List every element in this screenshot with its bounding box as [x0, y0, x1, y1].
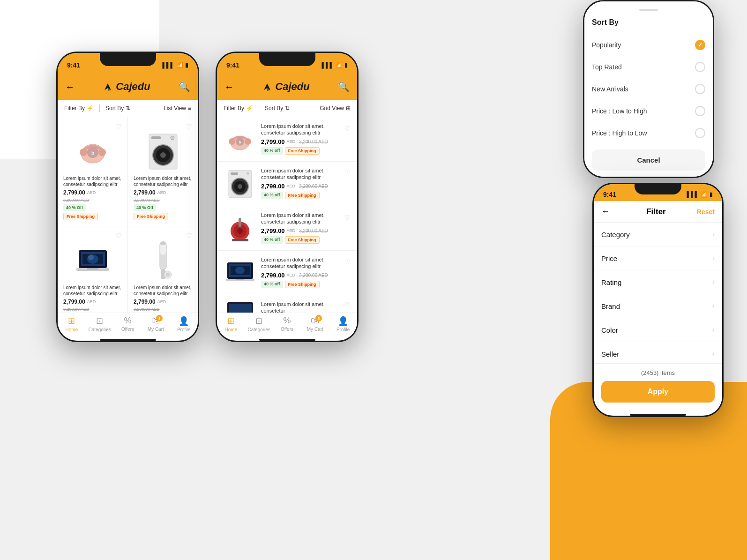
view-toggle-2[interactable]: Grid View ⊞ — [320, 105, 351, 112]
list-price-2: 2,799.00 — [261, 183, 285, 190]
nav-categories-label-1: Categories — [89, 327, 111, 332]
nav-cart-2[interactable]: 🛍 3 My Cart — [301, 316, 329, 332]
nav-categories-1[interactable]: ⊡ Categories — [86, 316, 114, 332]
filter-seller[interactable]: Seller › — [594, 342, 722, 363]
list-item-1[interactable]: b Lorem ipsum dolor sit amet, consetetur… — [217, 117, 357, 162]
filter-by-1[interactable]: Filter By ⚡ — [64, 105, 94, 112]
sort-option-price-high[interactable]: Price : High to Low — [592, 122, 705, 144]
profile-icon-1: 👤 — [179, 316, 189, 326]
filter-by-2[interactable]: Filter By ⚡ — [224, 105, 253, 112]
home-indicator-1 — [100, 339, 156, 341]
svg-rect-44 — [232, 239, 248, 241]
phone4-frame: 9:41 ▌▌▌ 📶 ▮ ← Filter Reset Category › — [592, 183, 724, 417]
signal-icon-1: ▌▌▌ — [162, 62, 174, 68]
grid-item-4[interactable]: ♡ Lorem ipsum dolor sit amet, consetetur… — [128, 226, 198, 313]
filter-color-label: Color — [601, 326, 618, 334]
back-button-1[interactable]: ← — [65, 82, 75, 92]
list-wishlist-1[interactable]: ♡ — [344, 125, 351, 132]
back-button-2[interactable]: ← — [224, 82, 234, 92]
list-shipping-2: Free Shipping — [285, 192, 320, 199]
filter-bar-2: Filter By ⚡ Sort By ⇅ Grid View ⊞ — [217, 100, 357, 117]
apply-button[interactable]: Apply — [601, 381, 715, 403]
sort-option-price-low[interactable]: Price : Low to High — [592, 100, 705, 122]
nav-home-2[interactable]: ⊞ Home — [217, 316, 245, 332]
bottom-nav-1: ⊞ Home ⊡ Categories % Offers 🛍 3 My Car — [58, 313, 198, 337]
list-item-2[interactable]: Lorem ipsum dolor sit amet, consetetur s… — [217, 162, 357, 206]
list-old-1: 3,200.00 AED — [299, 139, 328, 144]
sort-by-1[interactable]: Sort By ⇅ — [105, 105, 130, 112]
sort-option-label-price-low: Price : Low to High — [592, 107, 647, 115]
price-row-1: 2,799.00 AED 3,200.00 AED — [63, 189, 122, 202]
offers-icon-2: % — [283, 316, 291, 326]
svg-point-10 — [160, 152, 166, 158]
nav-profile-1[interactable]: 👤 Profile — [170, 316, 198, 332]
list-shipping-4: Free Shipping — [285, 281, 320, 288]
filter-color[interactable]: Color › — [594, 318, 722, 342]
list-wishlist-3[interactable]: ♡ — [344, 214, 351, 221]
wishlist-btn-4[interactable]: ♡ — [186, 232, 192, 239]
grid-item-1[interactable]: ♡ b Lorem ipsum dolor sit amet, consetet… — [58, 117, 127, 226]
filter-rating[interactable]: Rating › — [594, 270, 722, 294]
price-main-1: 2,799.00 — [63, 189, 85, 196]
wifi-icon-1: 📶 — [176, 62, 183, 68]
list-wishlist-2[interactable]: ♡ — [344, 169, 351, 177]
phone4-inner: 9:41 ▌▌▌ 📶 ▮ ← Filter Reset Category › — [594, 184, 722, 416]
list-item-3[interactable]: Lorem ipsum dolor sit amet, consetetur s… — [217, 206, 357, 251]
washer-svg — [147, 132, 179, 172]
grid-item-2[interactable]: ♡ Lorem ipsum dolor sit amet, consetetur… — [128, 117, 198, 226]
sort-option-popularity[interactable]: Popularity ✓ — [592, 34, 705, 56]
logo-icon-1 — [103, 82, 113, 92]
list-old-4: 3,200.00 AED — [299, 273, 328, 278]
cart-badge-container-2: 🛍 3 — [311, 316, 319, 326]
filter-label-1: Filter By — [64, 105, 85, 112]
sheet-handle — [639, 9, 658, 11]
wishlist-btn-1[interactable]: ♡ — [116, 123, 122, 130]
filter-back-button[interactable]: ← — [601, 207, 615, 217]
filter-price[interactable]: Price › — [594, 246, 722, 270]
list-item-4[interactable]: Lorem ipsum dolor sit amet, consetetur s… — [217, 251, 357, 295]
filter-brand[interactable]: Brand › — [594, 294, 722, 318]
wishlist-btn-3[interactable]: ♡ — [116, 232, 122, 239]
view-label-2: Grid View — [320, 105, 344, 112]
radio-top-rated — [695, 62, 705, 72]
product-image-washer — [134, 130, 192, 172]
categories-icon-2: ⊡ — [255, 316, 262, 326]
sort-option-top-rated[interactable]: Top Rated — [592, 56, 705, 78]
list-laptop-svg — [225, 261, 255, 284]
filter-category[interactable]: Category › — [594, 223, 722, 246]
nav-offers-2[interactable]: % Offers — [273, 316, 301, 332]
search-icon-1[interactable]: 🔍 — [179, 81, 190, 92]
product-image-laptop — [63, 239, 122, 282]
list-desc-1: Lorem ipsum dolor sit amet, consetetur s… — [261, 123, 340, 136]
nav-profile-label-1: Profile — [177, 327, 190, 332]
cancel-button[interactable]: Cancel — [592, 149, 705, 171]
list-wishlist-5[interactable]: ♡ — [344, 301, 351, 308]
view-toggle-1[interactable]: List View ≡ — [164, 105, 191, 112]
list-shipping-3: Free Shipping — [285, 236, 320, 244]
filter-brand-label: Brand — [601, 302, 620, 310]
sort-sheet: Sort By Popularity ✓ Top Rated New Arriv… — [584, 1, 713, 177]
list-washer-svg — [227, 169, 253, 199]
list-badge-row-3: 40 % off Free Shipping — [261, 236, 340, 244]
list-currency-1: AED — [287, 139, 296, 144]
nav-cart-1[interactable]: 🛍 3 My Cart — [142, 316, 170, 332]
nav-profile-2[interactable]: 👤 Profile — [329, 316, 357, 332]
price-old-3: 3,200.00 AED — [63, 307, 90, 312]
list-wishlist-4[interactable]: ♡ — [344, 258, 351, 266]
svg-point-39 — [247, 172, 249, 175]
wishlist-btn-2[interactable]: ♡ — [186, 123, 192, 130]
nav-categories-2[interactable]: ⊡ Categories — [245, 316, 273, 332]
product-list-2: b Lorem ipsum dolor sit amet, consetetur… — [217, 117, 357, 313]
sort-option-new-arrivals[interactable]: New Arrivals — [592, 78, 705, 100]
nav-offers-1[interactable]: % Offers — [114, 316, 142, 332]
list-discount-1: 40 % off — [261, 147, 283, 155]
search-icon-2[interactable]: 🔍 — [338, 81, 350, 92]
list-item-5[interactable]: Lorem ipsum dolor sit amet, consetetur ♡ — [217, 295, 357, 313]
phone1-inner: 9:41 ▌▌▌ 📶 ▮ ← Cajedu 🔍 — [58, 53, 198, 341]
grid-item-3[interactable]: ♡ Lorem ipsum dolor si — [58, 226, 127, 313]
filter-reset-button[interactable]: Reset — [697, 208, 715, 216]
nav-home-1[interactable]: ⊞ Home — [58, 316, 86, 332]
chevron-price: › — [712, 254, 715, 262]
sort-by-2[interactable]: Sort By ⇅ — [265, 105, 290, 112]
radio-popularity: ✓ — [695, 40, 705, 50]
